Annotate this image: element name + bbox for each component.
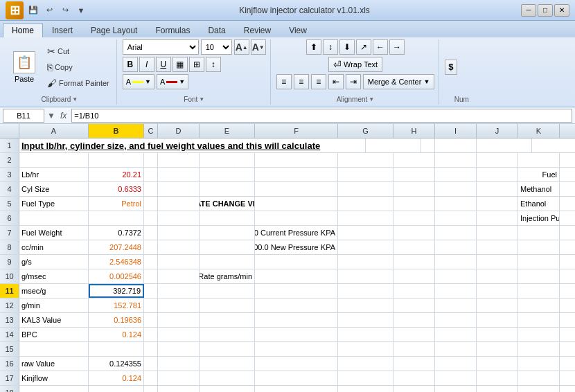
- highlight-button[interactable]: A ▼: [123, 74, 154, 89]
- cell[interactable]: [338, 153, 393, 167]
- cell[interactable]: [393, 299, 435, 312]
- cell[interactable]: [477, 226, 518, 240]
- cell[interactable]: [477, 269, 518, 283]
- cell[interactable]: [393, 357, 435, 371]
- cell[interactable]: 0.124: [89, 371, 144, 385]
- cell[interactable]: [393, 371, 435, 385]
- cell[interactable]: [144, 328, 158, 341]
- font-color-button[interactable]: A ▼: [157, 74, 188, 89]
- save-quick-btn[interactable]: 💾: [26, 3, 40, 17]
- cell[interactable]: cc/min: [19, 240, 89, 254]
- increase-indent-button[interactable]: ⇥: [346, 74, 361, 89]
- cell[interactable]: [393, 153, 435, 167]
- copy-button[interactable]: ⎘ Copy: [44, 60, 112, 75]
- col-header-H[interactable]: H: [393, 124, 435, 138]
- cell[interactable]: [255, 371, 338, 385]
- format-painter-button[interactable]: 🖌 Format Painter: [44, 75, 112, 91]
- cell[interactable]: 20.21: [89, 168, 144, 181]
- cell[interactable]: [518, 255, 560, 269]
- cell[interactable]: 0.19636: [89, 313, 144, 327]
- cell[interactable]: BPC: [19, 328, 89, 341]
- col-header-E[interactable]: E: [200, 124, 255, 138]
- cell[interactable]: [200, 328, 255, 341]
- cell[interactable]: [338, 211, 393, 225]
- cell[interactable]: [200, 357, 255, 371]
- cell[interactable]: [435, 182, 477, 196]
- cell[interactable]: [89, 386, 144, 392]
- cell[interactable]: [477, 255, 518, 269]
- cell[interactable]: [19, 153, 89, 167]
- border-button[interactable]: ▦: [172, 57, 188, 72]
- cell[interactable]: [518, 313, 560, 327]
- cell[interactable]: [435, 313, 477, 327]
- cell[interactable]: [200, 371, 255, 385]
- cell[interactable]: [338, 299, 393, 312]
- shrink-font-button[interactable]: A▼: [251, 39, 266, 55]
- cell[interactable]: [200, 226, 255, 240]
- cell[interactable]: Methanol: [518, 182, 560, 196]
- cell[interactable]: [19, 342, 89, 356]
- cell[interactable]: 135.749 New Flow Rate grams/min: [200, 269, 255, 283]
- cell[interactable]: [435, 284, 477, 298]
- cell[interactable]: [200, 211, 255, 225]
- cell[interactable]: [255, 269, 338, 283]
- cell[interactable]: [435, 386, 477, 392]
- cell[interactable]: [518, 328, 560, 341]
- cell[interactable]: Ethanol: [518, 197, 560, 211]
- cell[interactable]: [518, 226, 560, 240]
- cell[interactable]: [477, 211, 518, 225]
- cell[interactable]: [393, 342, 435, 356]
- cell[interactable]: [435, 342, 477, 356]
- cell[interactable]: [435, 357, 477, 371]
- cell[interactable]: Kinjflow: [19, 371, 89, 385]
- col-header-A[interactable]: A: [19, 124, 89, 138]
- cell[interactable]: [338, 284, 393, 298]
- sort-button[interactable]: ↕: [206, 57, 221, 72]
- cell[interactable]: [158, 328, 200, 341]
- tab-review[interactable]: Review: [235, 23, 280, 37]
- cell[interactable]: [200, 168, 255, 181]
- cell[interactable]: [338, 328, 393, 341]
- cell[interactable]: [19, 211, 89, 225]
- undo-quick-btn[interactable]: ↩: [42, 3, 56, 17]
- cell[interactable]: Petrol: [89, 197, 144, 211]
- cell[interactable]: [144, 168, 158, 181]
- cell[interactable]: [158, 284, 200, 298]
- restore-button[interactable]: □: [538, 4, 553, 17]
- cell[interactable]: [393, 197, 435, 211]
- dollar-button[interactable]: $: [445, 60, 457, 75]
- cell[interactable]: [518, 342, 560, 356]
- cell[interactable]: [200, 284, 255, 298]
- align-bottom-button[interactable]: ⬇: [339, 39, 355, 55]
- cell[interactable]: [158, 153, 200, 167]
- cell[interactable]: [158, 386, 200, 392]
- cell[interactable]: [255, 299, 338, 312]
- cell[interactable]: Input lb/hr, cylinder size, and fuel wei…: [19, 139, 366, 152]
- cell[interactable]: [158, 371, 200, 385]
- cell[interactable]: [200, 386, 255, 392]
- indent-increase-button[interactable]: →: [389, 39, 405, 55]
- font-size-select[interactable]: 10: [201, 39, 232, 55]
- indent-decrease-button[interactable]: ←: [373, 39, 388, 55]
- cell[interactable]: [144, 371, 158, 385]
- cell[interactable]: g/min: [19, 299, 89, 312]
- cell[interactable]: [144, 197, 158, 211]
- customize-quick-btn[interactable]: ▼: [74, 3, 88, 17]
- cell[interactable]: [200, 299, 255, 312]
- cell[interactable]: [200, 240, 255, 254]
- cut-button[interactable]: ✂ Cut: [44, 44, 112, 59]
- cell[interactable]: [435, 255, 477, 269]
- cell[interactable]: [393, 313, 435, 327]
- cell[interactable]: 392.719: [89, 284, 144, 298]
- cell[interactable]: [255, 255, 338, 269]
- cell[interactable]: [338, 182, 393, 196]
- cell[interactable]: [338, 313, 393, 327]
- cell[interactable]: [255, 313, 338, 327]
- cell[interactable]: [393, 211, 435, 225]
- cell[interactable]: [144, 269, 158, 283]
- cell[interactable]: [158, 168, 200, 181]
- cell[interactable]: [393, 386, 435, 392]
- tab-data[interactable]: Data: [199, 23, 234, 37]
- cell[interactable]: [144, 313, 158, 327]
- col-header-J[interactable]: J: [477, 124, 518, 138]
